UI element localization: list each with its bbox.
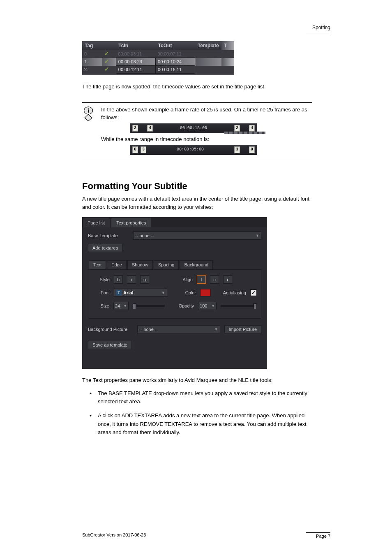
subtab-text[interactable]: Text — [89, 260, 106, 269]
col-extra: T — [221, 41, 234, 50]
cell-tag: 2 — [82, 66, 102, 74]
tl-mark: 3 — [234, 146, 240, 153]
base-template-label: Base Template — [88, 233, 129, 238]
chevron-down-icon: ▼ — [211, 304, 215, 308]
footer-left: SubCreator Version 2017-06-23 — [82, 532, 146, 537]
tl-mark: 3 — [141, 146, 146, 153]
subtab-shadow[interactable]: Shadow — [127, 260, 153, 269]
tl-mark: 2 — [132, 125, 138, 132]
list-item: The BASE TEMPLATE drop-down menu lets yo… — [90, 389, 311, 406]
cell-tag: 0 — [82, 50, 102, 58]
size-label: Size — [92, 303, 109, 308]
col-check — [102, 41, 116, 50]
note-line-1: In the above shown example a frame rate … — [101, 106, 312, 122]
footer-page-number: 7 — [328, 534, 330, 539]
table-footer-bar — [82, 74, 234, 75]
text-properties-panel: Page list Text properties Base Template … — [82, 217, 267, 369]
antialiasing-label: Antialiasing — [223, 290, 246, 295]
list-item: A click on ADD TEXTAREA adds a new text … — [90, 412, 311, 436]
size-value: 24 — [115, 303, 120, 308]
check-icon — [102, 50, 116, 58]
cell-tag: 1 — [82, 58, 102, 66]
chevron-down-icon: ▼ — [256, 234, 259, 238]
timeline-bar-frames: 2 4 00:00:15:00 2 4 — [130, 123, 257, 133]
bg-picture-select[interactable]: -- none -- ▼ — [137, 325, 220, 333]
tl-center: 00:00:15:00 — [153, 125, 234, 132]
subtab-edge[interactable]: Edge — [107, 260, 127, 269]
cell-tcout: 00:00:07:11 — [156, 50, 195, 58]
align-left-button[interactable]: l — [197, 275, 206, 284]
opacity-slider[interactable] — [221, 305, 257, 307]
page-list-header-row: Tag TcIn TcOut Template T — [82, 41, 234, 50]
body-paragraph: The Text properties pane works similarly… — [82, 376, 312, 384]
cell-tcout[interactable]: 00:00:10:24 — [156, 58, 195, 66]
font-type-icon: T — [116, 290, 122, 296]
col-template: Template — [195, 41, 221, 50]
header-label: Spotting — [312, 25, 330, 30]
chevron-down-icon: ▼ — [214, 327, 218, 331]
col-tcin: TcIn — [116, 41, 155, 50]
footer-page-label: Page — [316, 534, 327, 539]
italic-button[interactable]: i — [127, 275, 136, 284]
opacity-label: Opacity — [175, 303, 194, 308]
check-icon — [102, 66, 116, 74]
tab-page-list[interactable]: Page list — [82, 218, 110, 227]
align-label: Align — [178, 277, 193, 282]
bold-button[interactable]: b — [114, 275, 123, 284]
tl-mark: 2 — [234, 125, 240, 132]
size-slider[interactable] — [133, 305, 165, 307]
align-center-button[interactable]: c — [210, 275, 219, 284]
base-template-value: -- none -- — [135, 233, 154, 238]
header-rule — [306, 33, 330, 33]
align-right-button[interactable]: r — [223, 275, 232, 284]
divider — [82, 161, 312, 161]
subtab-spacing[interactable]: Spacing — [154, 260, 179, 269]
svg-point-1 — [88, 109, 89, 110]
subtab-background[interactable]: Background — [180, 260, 213, 269]
cell-tcin: 00:00:03:11 — [116, 50, 155, 58]
opacity-value: 100 — [200, 303, 207, 308]
bg-picture-label: Background Picture — [88, 327, 133, 332]
tl-mark: 0 — [249, 146, 255, 153]
check-icon — [102, 58, 116, 66]
note-line-2: While the same range in timecode notatio… — [101, 136, 312, 143]
bg-picture-value: -- none -- — [139, 327, 158, 332]
table-row[interactable]: 2 00:00:12:11 00:00:16:11 — [82, 66, 234, 74]
color-swatch[interactable] — [200, 289, 211, 296]
opacity-field[interactable]: 100 ▼ — [198, 302, 217, 310]
bullet-list: The BASE TEMPLATE drop-down menu lets yo… — [90, 389, 311, 437]
underline-button[interactable]: u — [140, 275, 149, 284]
table-row[interactable]: 1 00:00:08:23 00:00:10:24 — [82, 58, 234, 66]
font-select[interactable]: T Arial ▼ — [114, 289, 167, 297]
svg-rect-2 — [88, 110, 89, 113]
table-row[interactable]: 0 00:00:03:11 00:00:07:11 — [82, 50, 234, 58]
base-template-select[interactable]: -- none -- ▼ — [133, 231, 261, 240]
tl-mark: 4 — [249, 125, 255, 132]
col-tcout: TcOut — [156, 41, 195, 50]
cell-tcin[interactable]: 00:00:12:11 — [116, 66, 155, 74]
text-subpanel: Style b i u Align l c r Font T Arial ▼ C… — [88, 269, 261, 319]
note-block: In the above shown example a frame rate … — [82, 106, 312, 157]
section-heading: Formatting Your Subtitle — [82, 181, 314, 192]
cell-tcout[interactable]: 00:00:16:11 — [156, 66, 195, 74]
page-list-table: Tag TcIn TcOut Template T 0 00:00:03:11 … — [82, 41, 234, 74]
cell-tcin[interactable]: 00:00:08:23 — [116, 58, 155, 66]
caption-text: The title page is now spotted, the timec… — [82, 83, 312, 91]
style-label: Style — [92, 277, 110, 282]
tl-mark: 0 — [132, 146, 138, 153]
import-picture-button[interactable]: Import Picture — [224, 325, 261, 333]
tab-text-properties[interactable]: Text properties — [111, 218, 151, 227]
timeline-bar-timecode: 0 3 00:00:05:00 3 0 — [130, 145, 257, 155]
color-label: Color — [181, 290, 196, 295]
tl-mark: 4 — [147, 125, 153, 132]
font-label: Font — [92, 290, 110, 295]
footer-rule — [306, 532, 330, 533]
body-paragraph: A new title page comes with a default te… — [82, 195, 312, 211]
add-textarea-button[interactable]: Add textarea — [88, 244, 122, 252]
col-tag: Tag — [82, 41, 102, 50]
divider — [82, 102, 312, 103]
antialiasing-checkbox[interactable]: ✓ — [250, 289, 257, 296]
font-value: Arial — [123, 290, 133, 295]
size-field[interactable]: 24 ▼ — [113, 302, 129, 310]
save-as-template-button[interactable]: Save as template — [88, 341, 132, 349]
